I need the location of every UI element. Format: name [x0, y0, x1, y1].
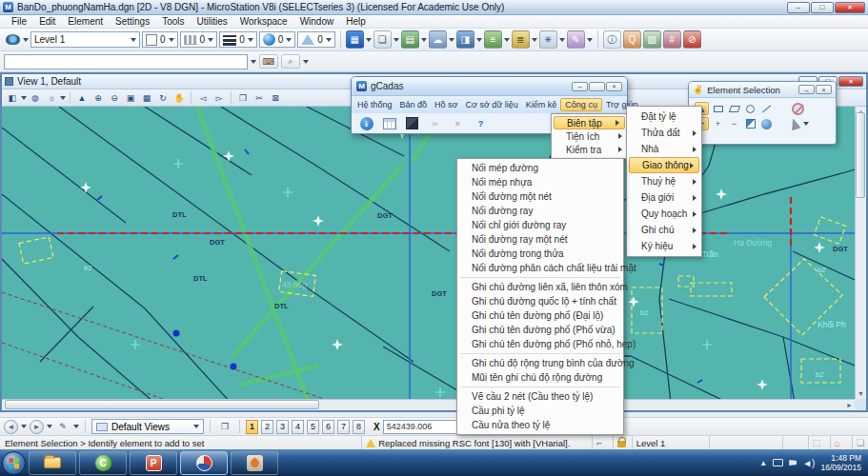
gcadas-restore-button[interactable]	[589, 82, 605, 91]
active-linestyle-combo[interactable]: 0	[180, 31, 218, 48]
menu-item[interactable]: Nối đường ray	[457, 204, 623, 218]
gcadas-menu-csdl[interactable]: Cơ sở dữ liệu	[461, 99, 521, 110]
submenu-ky-hieu[interactable]: Ký hiệu	[627, 238, 701, 254]
view-toggle-8[interactable]: 8	[353, 420, 365, 434]
level-display-icon[interactable]: ≣	[512, 30, 530, 49]
taskbar-clock[interactable]: 1:48 PM 16/09/2015	[820, 453, 861, 472]
close-button[interactable]: ×	[835, 2, 865, 13]
display-style-dropdown-icon[interactable]	[21, 96, 27, 100]
map-canvas[interactable]: DTL DGT DTL DGT DGT DGT DTL b2 b2 b2 b2 …	[2, 107, 855, 399]
gcadas-menu-cong-cu[interactable]: Công cụ	[560, 98, 602, 111]
models-dropdown-icon[interactable]	[366, 38, 372, 42]
menu-item[interactable]: Nối mép đường	[457, 161, 623, 175]
vertical-scroll-thumb[interactable]	[856, 112, 865, 198]
keyin-dropdown-icon[interactable]	[251, 60, 256, 64]
savedviews-dropdown-icon[interactable]	[476, 38, 482, 42]
view-toggle-3[interactable]: 3	[276, 420, 289, 434]
gcadas-help-icon[interactable]: ?	[474, 116, 488, 130]
back-dropdown-icon[interactable]	[21, 425, 27, 428]
locate-icon[interactable]: Q	[623, 30, 641, 49]
no-fence-icon[interactable]: ⊘	[683, 30, 701, 49]
submenu-dat-ty-le[interactable]: Đặt tỷ lệ	[627, 109, 701, 125]
view-group-combo[interactable]: Default Views	[91, 419, 204, 434]
auxiliary-dropdown-icon[interactable]	[587, 38, 593, 42]
view-toggle-5[interactable]: 5	[307, 420, 319, 434]
levelmanager-dropdown-icon[interactable]	[504, 38, 510, 42]
menu-item[interactable]: Nối chỉ giới đường ray	[457, 218, 623, 232]
active-transparency-combo[interactable]: 0	[297, 31, 335, 48]
menu-edit[interactable]: Edit	[33, 16, 61, 27]
pan-view-icon[interactable]: ✋	[172, 90, 187, 105]
scroll-down-icon[interactable]: ▼	[856, 388, 866, 399]
action-center-icon[interactable]	[789, 460, 797, 466]
menu-item-bien-tap[interactable]: Biên tập	[554, 116, 625, 129]
keyin-run-icon[interactable]: ⌨	[259, 54, 278, 69]
grid-lock-icon[interactable]: #	[663, 30, 681, 49]
clip-mask-icon[interactable]: ⊠	[268, 90, 283, 105]
models-icon[interactable]: ▦	[346, 30, 364, 49]
gcadas-mapsheet-icon[interactable]	[405, 116, 419, 130]
menu-item[interactable]: Cầu phi tỷ lệ	[457, 404, 623, 418]
gcadas-menu-ban-do[interactable]: Bản đồ	[396, 99, 432, 110]
gcadas-table-icon[interactable]	[382, 116, 396, 130]
taskbar-powerpoint-button[interactable]: P	[130, 451, 177, 475]
view-toggle-4[interactable]: 4	[292, 420, 304, 434]
network-icon[interactable]	[773, 459, 783, 466]
brightness-icon[interactable]: ☼	[44, 90, 59, 105]
view-toggle-2[interactable]: 2	[261, 420, 273, 434]
menu-item[interactable]: Nối đường ray một nét	[457, 232, 623, 247]
menu-item[interactable]: Ghi chú tên đường phố (Phố nhỏ, hẹp)	[457, 337, 623, 351]
view-toggle-6[interactable]: 6	[322, 420, 334, 434]
fence-cell[interactable]: ⌂	[830, 436, 852, 449]
menu-utilities[interactable]: Utilities	[192, 16, 233, 27]
select-line-icon[interactable]	[759, 102, 774, 115]
status-warning[interactable]: Replaced missing RSC font [130] with [VH…	[361, 436, 592, 449]
submenu-giao-thong[interactable]: Giao thông	[629, 157, 699, 173]
menu-item[interactable]: Ghi chú độ rộng trung bình của đường	[457, 356, 623, 370]
menu-workspace[interactable]: Workspace	[234, 16, 293, 27]
taskbar-explorer-button[interactable]	[29, 451, 76, 475]
elemsel-more-icon[interactable]	[803, 122, 809, 126]
disable-handles-icon[interactable]	[791, 102, 805, 115]
info-circle-icon[interactable]: ⓘ	[603, 30, 621, 49]
zoom-in-icon[interactable]: ⊕	[91, 90, 106, 105]
view-toggle-1[interactable]: 1	[246, 420, 258, 434]
keyin-input[interactable]	[4, 54, 248, 69]
select-shape-icon[interactable]	[727, 102, 741, 115]
menu-window[interactable]: Window	[294, 16, 340, 27]
menu-help[interactable]: Help	[340, 16, 372, 27]
active-template-icon[interactable]	[4, 31, 21, 49]
taskbar-coccoc-button[interactable]: C	[79, 451, 127, 475]
leveldisplay-dropdown-icon[interactable]	[532, 38, 537, 42]
maximize-button[interactable]: □	[811, 2, 834, 13]
gcadas-delete-icon[interactable]: ×	[451, 116, 465, 130]
menu-item[interactable]: Ghi chú đường quốc lộ + tính chất	[457, 294, 623, 308]
references-icon[interactable]: ❏	[373, 30, 392, 49]
menu-file[interactable]: File	[6, 16, 32, 27]
tray-expand-icon[interactable]: ▲	[759, 459, 767, 467]
minimize-button[interactable]: –	[787, 2, 810, 13]
saved-views-icon[interactable]: ◨	[456, 30, 474, 49]
submenu-thua-dat[interactable]: Thửa đất	[627, 125, 701, 141]
menu-item[interactable]: Nối mép nhựa	[457, 175, 623, 189]
menu-item[interactable]: Cầu nửa theo tỷ lệ	[457, 418, 623, 432]
keyin-more-icon[interactable]	[303, 60, 309, 64]
select-all-icon[interactable]	[759, 117, 774, 130]
snap-mode-cell[interactable]: ⌐	[592, 436, 613, 449]
forward-view-button[interactable]: ►	[30, 420, 44, 434]
fit-view-icon[interactable]: ▦	[139, 90, 154, 105]
menu-item[interactable]: Nối đường phân cách chất liệu trải mặt	[457, 261, 623, 275]
lock-cell[interactable]	[613, 436, 632, 449]
taskbar-microstation-button[interactable]	[180, 451, 228, 475]
remove-from-set-icon[interactable]: −	[727, 117, 741, 130]
menu-item[interactable]: Ghi chú tên đường phố (Đại lộ)	[457, 308, 623, 323]
elemsel-pin-button[interactable]: –	[798, 85, 815, 94]
view-display-style-icon[interactable]: ◧	[5, 90, 20, 105]
overlap-mode-icon[interactable]	[743, 117, 757, 130]
point-clouds-icon[interactable]: ☁	[429, 30, 447, 49]
menu-item-kiem-tra[interactable]: Kiểm tra	[552, 143, 627, 156]
pen-dropdown-icon[interactable]	[73, 425, 79, 428]
accusnap-icon[interactable]: ✳	[539, 30, 557, 49]
manage-view-groups-icon[interactable]: ❐	[216, 420, 233, 434]
menu-item[interactable]: Ghi chú đường liên xã, liên thôn xóm	[457, 280, 623, 294]
